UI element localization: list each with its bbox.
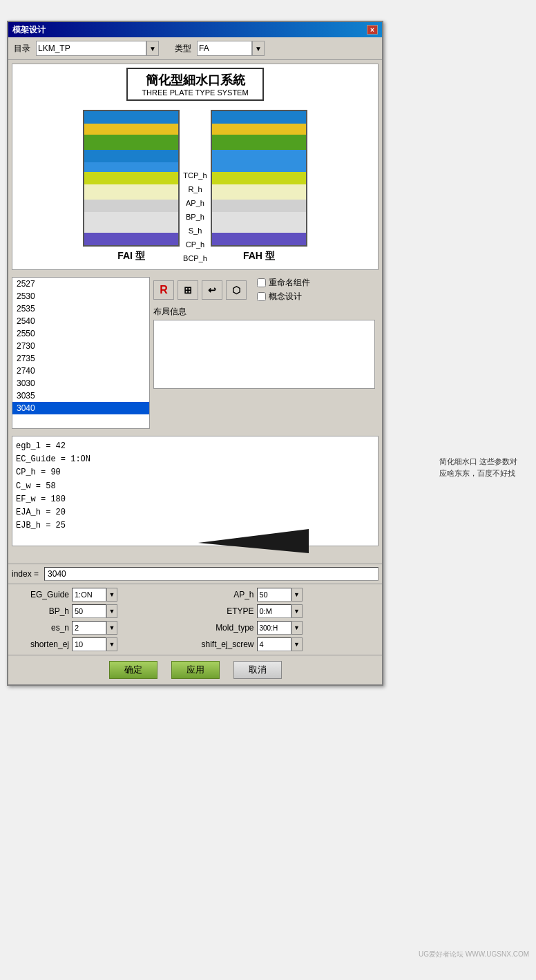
ok-button[interactable]: 确定 <box>109 661 157 679</box>
list-item[interactable]: 3035 <box>12 390 149 402</box>
eg-guide-label: EG_Guide <box>14 590 69 599</box>
etype-combo[interactable]: 0:M ▼ <box>257 604 303 618</box>
layout-info-section: 布局信息 <box>153 306 375 389</box>
left-label: FAI 型 <box>117 250 145 262</box>
checkbox-concept[interactable]: 概念设计 <box>257 291 310 302</box>
concept-checkbox[interactable] <box>257 292 266 301</box>
list-item[interactable]: 2735 <box>12 352 149 365</box>
index-row: index = <box>8 564 382 584</box>
type-label: 类型 <box>175 43 191 55</box>
list-item[interactable]: 2730 <box>12 340 149 352</box>
ap-h-btn[interactable]: ▼ <box>291 588 303 602</box>
rename-checkbox[interactable] <box>257 278 266 287</box>
title-text: 模架设计 <box>12 24 46 36</box>
etype-btn[interactable]: ▼ <box>291 604 303 618</box>
shift-ej-combo[interactable]: 4 ▼ <box>257 637 303 651</box>
param-shift-ej: shift_ej_screw 4 ▼ <box>199 637 377 651</box>
label-bcp: BCP_h <box>183 254 207 262</box>
ap-h-label: AP_h <box>199 590 254 599</box>
toolbar-btn-undo[interactable]: ↩ <box>202 280 222 300</box>
eg-guide-btn[interactable]: ▼ <box>106 588 117 602</box>
param-line: EF_w = 180 <box>16 493 374 506</box>
list-item[interactable]: 3030 <box>12 377 149 390</box>
mold-type-value[interactable]: 300:H <box>257 621 291 635</box>
es-n-combo[interactable]: 2 ▼ <box>72 621 117 635</box>
dir-label: 目录 <box>14 43 30 55</box>
list-item[interactable]: 3040 <box>12 402 149 414</box>
shorten-ej-btn[interactable]: ▼ <box>106 637 117 651</box>
es-n-value[interactable]: 2 <box>72 621 106 635</box>
label-s: S_h <box>183 227 207 235</box>
right-section: R ⊞ ↩ ⬡ 重命名组件 概念设计 <box>150 277 379 429</box>
shift-ej-btn[interactable]: ▼ <box>291 637 303 651</box>
list-item[interactable]: 2550 <box>12 327 149 340</box>
list-item[interactable]: 2527 <box>12 278 149 290</box>
shift-ej-value[interactable]: 4 <box>257 637 291 651</box>
arrow-svg <box>115 515 357 557</box>
type-dropdown-btn[interactable]: ▼ <box>252 41 265 56</box>
shorten-ej-value[interactable]: 10 <box>72 637 106 651</box>
ap-h-value[interactable]: 50 <box>257 588 291 602</box>
etype-value[interactable]: 0:M <box>257 604 291 618</box>
param-line: CP_h = 90 <box>16 466 374 479</box>
mold-type-combo[interactable]: 300:H ▼ <box>257 621 303 635</box>
label-r: R_h <box>183 185 207 193</box>
param-line: egb_l = 42 <box>16 440 374 453</box>
list-item[interactable]: 2535 <box>12 302 149 315</box>
checkbox-rename[interactable]: 重命名组件 <box>257 277 310 289</box>
param-es-n: es_n 2 ▼ <box>14 621 192 635</box>
index-input[interactable] <box>44 567 379 581</box>
shorten-ej-combo[interactable]: 10 ▼ <box>72 637 117 651</box>
param-eg-guide: EG_Guide 1:ON ▼ <box>14 588 192 602</box>
param-line: EC_Guide = 1:ON <box>16 453 374 466</box>
dir-input[interactable] <box>36 41 146 56</box>
concept-label: 概念设计 <box>269 291 302 302</box>
bp-h-label: BP_h <box>14 606 69 616</box>
side-note: 简化细水口 这些参数对应啥东东，百度不好找 <box>439 456 522 479</box>
watermark: UG爱好者论坛 WWW.UGSNX.COM <box>419 950 529 959</box>
toolbar-btn-grid[interactable]: ⊞ <box>178 280 198 300</box>
label-cp: CP_h <box>183 240 207 249</box>
apply-button[interactable]: 应用 <box>171 661 220 679</box>
dir-dropdown-btn[interactable]: ▼ <box>146 41 159 56</box>
param-shorten-ej: shorten_ej 10 ▼ <box>14 637 192 651</box>
label-ap: AP_h <box>183 199 207 207</box>
arrow-area <box>8 550 382 564</box>
ap-h-combo[interactable]: 50 ▼ <box>257 588 303 602</box>
top-bar: 目录 ▼ 类型 ▼ <box>8 37 382 60</box>
bp-h-combo[interactable]: 50 ▼ <box>72 604 117 618</box>
layer-labels: TCP_h R_h AP_h BP_h S_h CP_h BCP_h <box>180 161 211 262</box>
close-button[interactable]: × <box>367 25 378 35</box>
side-note-text: 简化细水口 这些参数对应啥东东，百度不好找 <box>439 457 517 477</box>
list-item[interactable]: 2530 <box>12 290 149 302</box>
title-en: THREE PLATE TYPE SYSTEM <box>142 88 248 97</box>
param-mold-type: Mold_type 300:H ▼ <box>199 621 377 635</box>
etype-label: ETYPE <box>199 606 254 616</box>
cancel-button[interactable]: 取消 <box>233 661 282 679</box>
eg-guide-combo[interactable]: 1:ON ▼ <box>72 588 117 602</box>
toolbar-btn-r[interactable]: R <box>153 280 174 300</box>
list-item[interactable]: 2740 <box>12 365 149 377</box>
toolbar-btn-other[interactable]: ⬡ <box>226 280 247 300</box>
image-section: 簡化型細水口系統 THREE PLATE TYPE SYSTEM <box>12 64 379 270</box>
toolbar-row: R ⊞ ↩ ⬡ 重命名组件 概念设计 <box>153 277 375 302</box>
bp-h-btn[interactable]: ▼ <box>106 604 117 618</box>
es-n-btn[interactable]: ▼ <box>106 621 117 635</box>
type-input[interactable] <box>197 41 252 56</box>
eg-guide-value[interactable]: 1:ON <box>72 588 106 602</box>
label-bp: BP_h <box>183 213 207 221</box>
param-grid: EG_Guide 1:ON ▼ AP_h 50 ▼ BP_h 50 ▼ <box>8 584 382 655</box>
checkbox-group: 重命名组件 概念设计 <box>257 277 310 302</box>
param-ap-h: AP_h 50 ▼ <box>199 588 377 602</box>
mold-type-btn[interactable]: ▼ <box>291 621 303 635</box>
dialog-window: 模架设计 × 目录 ▼ 类型 ▼ 簡化型細水口系統 THREE PLATE TY… <box>7 21 383 686</box>
label-tcp: TCP_h <box>183 171 207 180</box>
mold-type-label: Mold_type <box>199 623 254 633</box>
list-section[interactable]: 2527253025352540255027302735274030303035… <box>12 277 150 429</box>
bp-h-value[interactable]: 50 <box>72 604 106 618</box>
image-title-box: 簡化型細水口系統 THREE PLATE TYPE SYSTEM <box>126 68 263 101</box>
layout-info-box <box>153 320 375 389</box>
param-etype: ETYPE 0:M ▼ <box>199 604 377 618</box>
right-label: FAH 型 <box>243 250 275 262</box>
list-item[interactable]: 2540 <box>12 315 149 327</box>
